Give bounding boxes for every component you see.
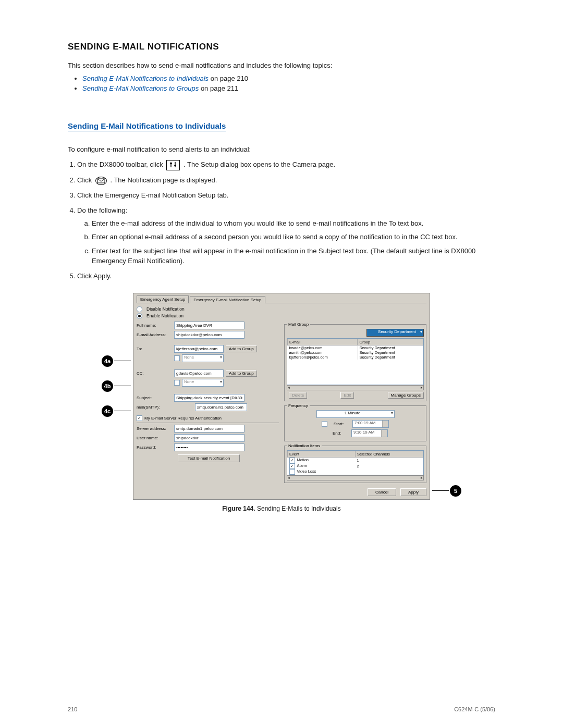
topic-suffix: on page 210 <box>209 75 248 82</box>
topic-item: Sending E-Mail Notifications to Individu… <box>82 75 495 82</box>
tab-email-notification[interactable]: Emergency E-mail Notification Setup <box>190 296 265 303</box>
callout-4a: 4a <box>102 355 113 367</box>
step-4: Do the following: Enter the e-mail addre… <box>77 206 495 266</box>
table-row[interactable]: bwade@pelco.comSecurity Department <box>288 345 423 350</box>
grid-scrollbar[interactable]: ◂▸ <box>287 475 424 480</box>
step-5: Click Apply. <box>77 272 495 281</box>
email-address-input[interactable] <box>174 331 244 339</box>
test-email-button[interactable]: Test E-mail Notification <box>178 454 240 462</box>
grid-col-channels[interactable]: Selected Channels <box>356 451 423 457</box>
table-row[interactable]: Alarm2 <box>288 463 423 469</box>
cc-add-group-button[interactable]: Add to Group <box>226 370 257 377</box>
step-4c: Enter text for the subject line that wil… <box>92 246 495 266</box>
step-text: Click <box>77 176 94 184</box>
auth-checkbox[interactable] <box>137 415 142 421</box>
user-label: User name: <box>137 436 174 440</box>
radio-disable[interactable] <box>137 306 142 312</box>
svg-point-0 <box>170 163 172 164</box>
radio-enable[interactable] <box>137 313 142 319</box>
end-label: End: <box>333 431 347 436</box>
frequency-legend: Frequency <box>287 403 310 408</box>
figure-caption: Figure 144. Sending E-Mails to Individua… <box>68 505 495 512</box>
table-row[interactable]: asmith@pelco.comSecurity Department <box>288 350 423 355</box>
topic-link[interactable]: Sending E-Mail Notifications to Individu… <box>82 75 209 82</box>
config-intro: To configure e-mail notification to send… <box>68 145 495 153</box>
apply-button[interactable]: Apply <box>400 488 426 496</box>
step-4a: Enter the e-mail address of the individu… <box>92 219 495 229</box>
figure: 4a 4b 4c 5 Emergency Agent Setup Emergen… <box>133 293 430 500</box>
start-label: Start: <box>334 422 348 426</box>
doc-id: C624M-C (5/06) <box>454 706 495 712</box>
table-row[interactable]: Motion1 <box>288 457 423 463</box>
grid-col-email[interactable]: E-mail <box>288 339 358 345</box>
figure-label: Figure 144. <box>222 505 255 512</box>
motion-checkbox[interactable] <box>289 458 295 463</box>
videoloss-checkbox[interactable] <box>289 469 295 475</box>
server-input[interactable] <box>174 425 244 433</box>
step-3: Click the Emergency E-mail Notification … <box>77 191 495 201</box>
password-label: Password: <box>137 445 174 450</box>
step-text: . The Setup dialog box opens to the Came… <box>183 161 335 168</box>
start-checkbox[interactable] <box>322 421 327 427</box>
section-title: SENDING E-MAIL NOTIFICATIONS <box>68 42 495 52</box>
smtp-input[interactable] <box>195 403 247 411</box>
subject-input[interactable] <box>174 394 244 402</box>
grid-scrollbar[interactable]: ◂▸ <box>287 385 424 390</box>
topic-item: Sending E-Mail Notifications to Groups o… <box>82 84 495 92</box>
table-row[interactable]: kjefferson@pelco.comSecurity Department <box>288 355 423 360</box>
notification-items-grid[interactable]: Event Selected Channels Motion1 Alarm2 V… <box>287 450 424 475</box>
full-name-input[interactable] <box>174 322 244 329</box>
to-group-select[interactable]: None <box>182 354 224 362</box>
smtp-label: mail(SMTP): <box>137 405 174 410</box>
mail-group-fieldset: Mail Group Security Department E-mail Gr… <box>284 322 426 401</box>
cc-none-checkbox[interactable] <box>174 380 180 386</box>
step-text: . The Notification page is displayed. <box>110 176 217 184</box>
email-address-label: E-mail Address: <box>137 332 174 337</box>
user-input[interactable] <box>174 434 244 442</box>
intro-text: This section describes how to send e-mai… <box>68 61 495 69</box>
notification-items-fieldset: Notification Items Event Selected Channe… <box>284 443 426 483</box>
mail-group-select[interactable]: Security Department <box>366 329 424 337</box>
step-4b: Enter an optional e-mail address of a se… <box>92 232 495 242</box>
table-row[interactable]: Video Loss <box>288 469 423 475</box>
grid-col-group[interactable]: Group <box>358 339 423 345</box>
alarm-checkbox[interactable] <box>289 463 295 469</box>
topic-link[interactable]: Sending E-Mail Notifications to Groups <box>82 84 199 92</box>
to-label: To: <box>137 347 174 351</box>
radio-disable-label: Disable Notification <box>146 306 185 312</box>
edit-button[interactable]: Edit <box>340 392 354 399</box>
page-number: 210 <box>68 706 77 712</box>
to-add-group-button[interactable]: Add to Group <box>226 346 257 352</box>
steps-list: On the DX8000 toolbar, click . The Setup… <box>68 160 495 281</box>
step-text: On the DX8000 toolbar, click <box>77 161 165 168</box>
grid-col-event[interactable]: Event <box>288 451 356 457</box>
delete-button[interactable]: Delete <box>289 392 307 399</box>
cancel-button[interactable]: Cancel <box>368 488 396 496</box>
full-name-label: Full name: <box>137 323 174 328</box>
callout-4c: 4c <box>102 405 113 417</box>
cc-label: CC: <box>137 371 174 376</box>
frequency-fieldset: Frequency 1 Minute Start: 7:00:19 AM <box>284 403 426 441</box>
manage-groups-button[interactable]: Manage Groups <box>388 392 424 399</box>
to-input[interactable] <box>174 345 224 353</box>
end-time[interactable]: 9:10:19 AM <box>351 429 388 437</box>
mail-group-legend: Mail Group <box>287 322 310 327</box>
topics-list: Sending E-Mail Notifications to Individu… <box>68 75 495 92</box>
subject-label: Subject: <box>137 396 174 400</box>
step-1: On the DX8000 toolbar, click . The Setup… <box>77 160 495 170</box>
mail-group-grid[interactable]: E-mail Group bwade@pelco.comSecurity Dep… <box>287 338 424 385</box>
to-none-checkbox[interactable] <box>174 355 180 361</box>
tab-emergency-agent[interactable]: Emergency Agent Setup <box>137 295 189 303</box>
frequency-select[interactable]: 1 Minute <box>316 410 395 418</box>
cc-input[interactable] <box>174 369 224 377</box>
start-time[interactable]: 7:00:19 AM <box>352 420 389 428</box>
callout-5: 5 <box>450 485 461 497</box>
password-input[interactable] <box>174 443 244 451</box>
cc-group-select[interactable]: None <box>182 379 224 387</box>
auth-label: My E-mail Server Requires Authentication <box>144 416 222 421</box>
figure-caption-text: Sending E-Mails to Individuals <box>255 505 341 512</box>
notification-dialog: Emergency Agent Setup Emergency E-mail N… <box>133 293 430 500</box>
step-2: Click . The Notification page is display… <box>77 176 495 186</box>
notification-items-legend: Notification Items <box>287 443 322 448</box>
step-text: Do the following: <box>77 206 127 214</box>
